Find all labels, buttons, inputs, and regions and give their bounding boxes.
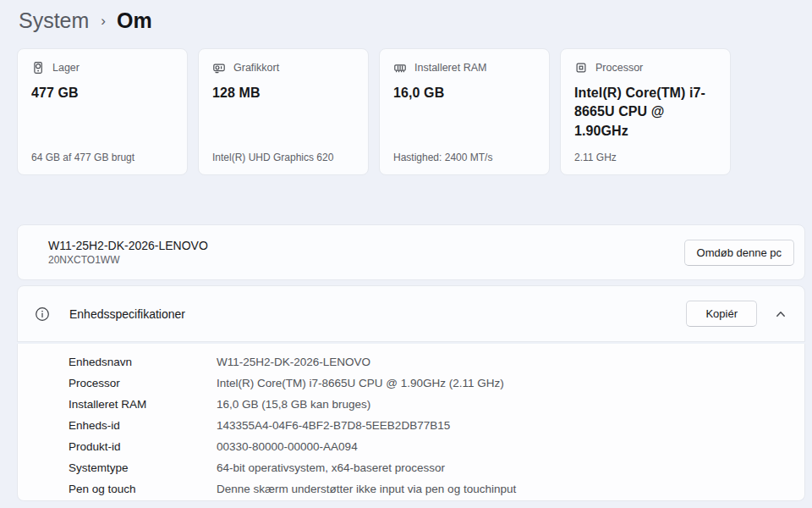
page-title: Om	[117, 8, 152, 33]
device-specs-content: Enhedsnavn W11-25H2-DK-2026-LENOVO Proce…	[17, 344, 805, 501]
cpu-icon	[574, 61, 588, 75]
spec-row-device-id: Enheds-id 143355A4-04F6-4BF2-B7D8-5EEB2D…	[69, 415, 804, 436]
spec-label: Enhedsnavn	[69, 356, 217, 368]
card-label: Grafikkort	[233, 62, 279, 74]
processor-card: Processor Intel(R) Core(TM) i7-8665U CPU…	[560, 48, 731, 175]
device-specs-title: Enhedsspecifikationer	[69, 307, 185, 321]
copy-button[interactable]: Kopiér	[686, 301, 757, 327]
device-name-panel: W11-25H2-DK-2026-LENOVO 20NXCTO1WW Omdøb…	[17, 224, 805, 280]
card-caption: Intel(R) UHD Graphics 620	[212, 152, 354, 163]
spec-label: Systemtype	[69, 461, 217, 474]
device-name: W11-25H2-DK-2026-LENOVO	[48, 239, 208, 252]
device-name-block: W11-25H2-DK-2026-LENOVO 20NXCTO1WW	[48, 239, 208, 266]
spec-value: 00330-80000-00000-AA094	[217, 440, 358, 453]
breadcrumb-chevron-icon: ›	[101, 13, 106, 30]
card-value: 128 MB	[212, 84, 354, 102]
gpu-icon	[212, 61, 226, 75]
gpu-card: Grafikkort 128 MB Intel(R) UHD Graphics …	[198, 48, 369, 175]
storage-card: Lager 477 GB 64 GB af 477 GB brugt	[17, 48, 188, 175]
device-specs-expander-header[interactable]: Enhedsspecifikationer Kopiér	[17, 285, 805, 342]
card-value: 477 GB	[31, 84, 173, 102]
breadcrumb-system[interactable]: System	[19, 8, 89, 33]
spec-row-product-id: Produkt-id 00330-80000-00000-AA094	[69, 436, 804, 457]
spec-value: 64-bit operativsystem, x64-baseret proce…	[217, 461, 445, 474]
spec-row-ram: Installeret RAM 16,0 GB (15,8 GB kan bru…	[69, 394, 804, 415]
spec-row-processor: Processor Intel(R) Core(TM) i7-8665U CPU…	[69, 373, 804, 394]
spec-row-pen-touch: Pen og touch Denne skærm understøtter ik…	[69, 478, 804, 500]
spec-label: Pen og touch	[69, 483, 217, 495]
spec-row-system-type: Systemtype 64-bit operativsystem, x64-ba…	[69, 457, 804, 478]
card-caption: Hastighed: 2400 MT/s	[393, 152, 535, 163]
spec-label: Produkt-id	[69, 440, 217, 453]
device-model: 20NXCTO1WW	[48, 254, 208, 266]
spec-row-device-name: Enhedsnavn W11-25H2-DK-2026-LENOVO	[69, 351, 804, 373]
spec-label: Enheds-id	[69, 419, 217, 432]
card-caption: 64 GB af 477 GB brugt	[31, 152, 173, 163]
card-label: Processor	[595, 62, 643, 74]
ram-icon	[393, 61, 407, 75]
spec-label: Processor	[69, 377, 217, 389]
breadcrumb: System › Om	[19, 4, 812, 36]
card-label: Installeret RAM	[414, 62, 486, 74]
spec-value: Denne skærm understøtter ikke input via …	[217, 483, 516, 495]
spec-value: Intel(R) Core(TM) i7-8665U CPU @ 1.90GHz…	[217, 377, 504, 389]
summary-cards: Lager 477 GB 64 GB af 477 GB brugt Grafi…	[17, 48, 805, 175]
info-icon	[35, 306, 50, 322]
spec-value: W11-25H2-DK-2026-LENOVO	[217, 356, 370, 368]
rename-pc-button[interactable]: Omdøb denne pc	[684, 240, 794, 266]
card-value: Intel(R) Core(TM) i7-8665U CPU @ 1.90GHz	[574, 84, 716, 141]
card-label: Lager	[52, 62, 80, 74]
spec-value: 16,0 GB (15,8 GB kan bruges)	[217, 398, 370, 411]
spec-value: 143355A4-04F6-4BF2-B7D8-5EEB2DB77B15	[217, 419, 450, 432]
card-caption: 2.11 GHz	[574, 152, 716, 163]
ram-card: Installeret RAM 16,0 GB Hastighed: 2400 …	[379, 48, 550, 175]
storage-icon	[31, 61, 45, 75]
card-value: 16,0 GB	[393, 84, 535, 102]
chevron-up-icon[interactable]	[770, 303, 792, 325]
spec-label: Installeret RAM	[69, 398, 217, 411]
